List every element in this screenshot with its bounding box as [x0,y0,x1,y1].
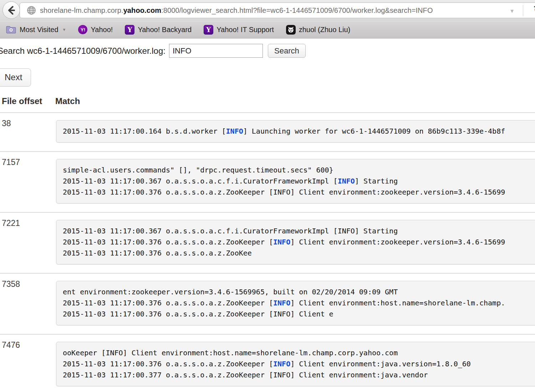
matched-term: INFO [338,177,355,185]
table-row: 382015-11-03 11:17:00.164 b.s.d.worker [… [0,112,535,151]
log-line: 2015-11-03 11:17:00.367 o.a.s.s.o.a.c.f.… [63,226,535,237]
browser-toolbar: shorelane-lm.champ.corp.yahoo.com:8000/l… [0,0,535,21]
bookmark-label: Most Visited [20,26,58,34]
matched-term: INFO [273,360,290,368]
matched-term: INFO [273,299,290,307]
log-line: 2015-11-03 11:17:00.367 o.a.s.s.o.a.c.f.… [63,176,535,187]
log-line: 2015-11-03 11:17:00.376 o.a.s.s.o.a.z.Zo… [63,359,535,370]
log-excerpt: 2015-11-03 11:17:00.164 b.s.d.worker [IN… [56,120,535,143]
file-offset-value: 7221 [0,213,56,273]
github-icon [286,25,296,35]
yahoo-square-icon: Y [125,25,134,35]
log-line: 2015-11-03 11:17:00.376 o.a.s.s.o.a.z.Zo… [63,309,535,320]
table-row: 7476ooKeeper [INFO] Client environment:h… [0,334,535,392]
column-header-match: Match [55,96,80,106]
url-domain: yahoo.com [123,6,161,14]
log-line: ent environment:zookeeper.version=3.4.6-… [63,287,535,298]
log-excerpt: ooKeeper [INFO] Client environment:host.… [56,342,535,386]
match-cell: ooKeeper [INFO] Client environment:host.… [56,335,535,392]
next-button[interactable]: Next [0,68,31,87]
yahoo-square-icon: Y [204,25,213,35]
matched-term: INFO [226,127,243,135]
chevron-down-icon[interactable]: ▼ [509,8,515,14]
match-cell: ent environment:zookeeper.version=3.4.6-… [56,274,535,334]
reload-icon[interactable]: ↻ [534,4,535,16]
results-table-header: File offset Match [0,96,535,112]
file-offset-value: 7157 [0,152,56,212]
bookmark-label: zhuol (Zhuo Liu) [299,26,351,34]
table-row: 72212015-11-03 11:17:00.367 o.a.s.s.o.a.… [0,212,535,273]
yahoo-circle-icon: Y! [78,25,87,34]
bookmark-most-visited[interactable]: Most Visited ▼ [6,25,66,34]
log-line: 2015-11-03 11:17:00.376 o.a.s.s.o.a.z.Zo… [63,248,535,259]
log-line: 2015-11-03 11:17:00.376 o.a.s.s.o.a.z.Zo… [63,298,535,309]
results-table: 382015-11-03 11:17:00.164 b.s.d.worker [… [0,112,535,392]
bookmark-label: Yahoo! Backyard [138,26,192,34]
bookmark-yahoo-it-support[interactable]: Y Yahoo! IT Support [204,25,274,35]
bookmark-github-zhuol[interactable]: zhuol (Zhuo Liu) [286,25,351,35]
log-line: 2015-11-03 11:17:00.376 o.a.s.s.o.a.z.Zo… [63,187,535,198]
bookmark-label: Yahoo! [91,26,113,34]
url-bar[interactable]: shorelane-lm.champ.corp.yahoo.com:8000/l… [20,2,535,18]
bookmark-label: Yahoo! IT Support [216,26,274,34]
search-label: Search wc6-1-1446571009/6700/worker.log: [0,46,165,56]
bookmark-yahoo-backyard[interactable]: Y Yahoo! Backyard [125,25,192,35]
match-cell: simple-acl.users.commands" [], "drpc.req… [56,152,535,212]
file-offset-value: 38 [0,113,56,151]
url-text: shorelane-lm.champ.corp.yahoo.com:8000/l… [40,6,433,15]
globe-icon [27,6,36,15]
url-bar-divider [523,5,523,16]
log-excerpt: ent environment:zookeeper.version=3.4.6-… [56,281,535,325]
log-line: 2015-11-03 11:17:00.377 o.a.s.s.o.a.z.Zo… [63,370,535,381]
folder-icon [6,25,16,34]
log-line: 2015-11-03 11:17:00.164 b.s.d.worker [IN… [63,126,535,137]
log-line: 2015-11-03 11:17:00.376 o.a.s.s.o.a.z.Zo… [63,237,535,248]
search-button[interactable]: Search [268,44,306,58]
match-cell: 2015-11-03 11:17:00.367 o.a.s.s.o.a.c.f.… [56,213,535,273]
chevron-down-icon: ▼ [62,27,66,32]
log-excerpt: simple-acl.users.commands" [], "drpc.req… [56,159,535,203]
column-header-file-offset: File offset [0,96,55,106]
file-offset-value: 7476 [0,335,56,392]
search-form: Search wc6-1-1446571009/6700/worker.log:… [0,44,535,58]
match-cell: 2015-11-03 11:17:00.164 b.s.d.worker [IN… [56,113,535,151]
log-line: simple-acl.users.commands" [], "drpc.req… [63,165,535,176]
bookmarks-bar: Most Visited ▼ Y! Yahoo! Y Yahoo! Backya… [0,21,535,38]
log-line: ooKeeper [INFO] Client environment:host.… [63,347,535,359]
matched-term: INFO [273,238,290,246]
table-row: 7157simple-acl.users.commands" [], "drpc… [0,151,535,212]
log-excerpt: 2015-11-03 11:17:00.367 o.a.s.s.o.a.c.f.… [56,220,535,264]
back-arrow-icon [7,6,16,15]
file-offset-value: 7358 [0,274,56,334]
back-button[interactable] [2,1,20,19]
bookmark-yahoo[interactable]: Y! Yahoo! [78,25,113,34]
search-input[interactable] [169,44,263,58]
table-row: 7358ent environment:zookeeper.version=3.… [0,273,535,334]
logviewer-page: Search wc6-1-1446571009/6700/worker.log:… [0,39,535,392]
